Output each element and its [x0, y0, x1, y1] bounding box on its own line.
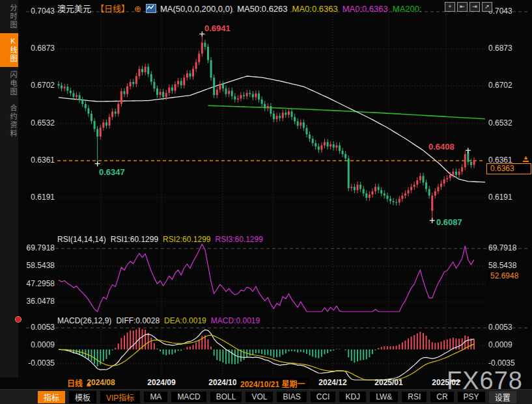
macd-axis-label: -0.0035 [488, 358, 515, 368]
chart-thumbnail-icon [146, 4, 156, 13]
app-window: FX678 分时图 K线图 闪电图 合约资料 澳元美元【日线】⊕MA(50,0,… [0, 0, 532, 404]
toolbar-button-cci[interactable]: CCI [311, 392, 336, 402]
price-axis-label: 0.6191 [488, 193, 512, 202]
rsi-header: RSI(14,14,14)RSI1:60.1299RSI2:60.1299RSI… [57, 235, 268, 244]
add-indicator-icon[interactable]: ⊕ [134, 4, 141, 14]
sidebar-tab-kline[interactable]: K线图 [0, 33, 18, 67]
date-tick: 2024/08 [87, 378, 115, 387]
rsi-current-badge: 52.6948 [488, 271, 520, 280]
sidebar-tab-contract-info[interactable]: 合约资料 [0, 100, 18, 142]
price-axis-label: 0.6702 [488, 81, 512, 90]
layout-grid-icon[interactable]: + [445, 2, 455, 12]
chart-header: 澳元美元【日线】⊕MA(50,0,0,200,0,0)MA50:0.6263MA… [57, 2, 427, 14]
toolbar-button-bias[interactable]: BIAS [277, 392, 306, 402]
date-tick: 2024/10 [208, 378, 236, 387]
rsi-axis-label: 58.5438 [488, 261, 516, 270]
price-axis-label: 0.6532 [23, 118, 55, 128]
period-tag[interactable]: 【日线】 [96, 4, 130, 14]
date-tick: 2024/12 [318, 378, 346, 387]
price-axis-label: 0.6191 [23, 193, 55, 202]
toolbar-button-vol[interactable]: VOL [245, 392, 273, 402]
price-axis-label: 0.6702 [23, 81, 55, 90]
macd-formula: MACD(26,12,9) [57, 316, 111, 325]
ma0-magenta-value: MA0:0.6363 [343, 4, 388, 14]
toolbar-button-vip[interactable]: VIP指标 [100, 391, 140, 403]
instrument-name: 澳元美元 [57, 4, 91, 14]
rsi-axis-label: 47.2958 [23, 279, 55, 288]
date-tick: 2025/01 [374, 378, 402, 387]
popout-icon[interactable]: ↗ [482, 2, 492, 12]
toolbar-button-lwr[interactable]: LW& [370, 392, 398, 402]
macd-header: MACD(26,12,9)DIFF:0.0028DEA:0.0019MACD:0… [57, 316, 264, 325]
date-tick: 2025/02 [432, 378, 460, 387]
toolbar-button-ma[interactable]: MA [144, 392, 167, 402]
sidebar-tab-flash[interactable]: 闪电图 [0, 67, 18, 100]
ma200-label: MA200: [393, 4, 422, 14]
compress-x-icon[interactable]: ⇤ [457, 2, 468, 12]
toolbar-button-cr[interactable]: CR [430, 392, 453, 402]
macd-axis-label: -0.0035 [23, 358, 55, 368]
rsi3-value: RSI3:60.1299 [216, 235, 263, 244]
ma-formula: MA(50,0,0,200,0,0) [160, 4, 232, 14]
ma50-value: MA50:0.6263 [237, 4, 287, 14]
rsi-axis-label: 69.7918 [488, 243, 516, 252]
macd-axis-label: 0.0009 [23, 340, 55, 349]
expand-x-icon[interactable]: ⇥ [469, 2, 480, 12]
date-tick-highlighted: 2024/10/21 星期一 [236, 378, 309, 389]
chart-canvas[interactable] [0, 0, 532, 389]
macd-axis-label: 0.0009 [488, 340, 512, 349]
macd-settings-icon[interactable] [15, 316, 21, 323]
date-tick: 2024/09 [147, 378, 175, 387]
high-annotation: 0.6941 [204, 23, 231, 33]
toolbar-button-psy[interactable]: PSY [458, 392, 485, 402]
toolbar-button-macd[interactable]: MACD [171, 392, 206, 402]
toolbar-button-template[interactable]: 模板 [69, 391, 96, 403]
indicator-toolbar: 指标 模板 VIP指标 MA MACD BOLL VOL BIAS CCI KD… [0, 389, 532, 404]
low-annotation: 0.6347 [99, 167, 125, 177]
toolbar-button-rsi[interactable]: RSI [402, 392, 427, 402]
diff-value: DIFF:0.0028 [116, 316, 160, 325]
price-axis-label: 0.6532 [488, 118, 512, 128]
toolbar-button-kdj[interactable]: KDJ [339, 392, 366, 402]
high-annotation: 0.6408 [428, 142, 455, 152]
rsi1-value: RSI1:60.1299 [111, 235, 158, 244]
rsi2-value: RSI2:60.1299 [163, 235, 210, 244]
current-price-box: 0.6363 [486, 163, 531, 174]
toolbar-button-settings[interactable]: 设置 [489, 391, 516, 403]
price-axis-label: 0.6361 [23, 155, 55, 165]
low-annotation: 0.6087 [436, 217, 462, 227]
macd-axis-label: 0.0053 [488, 323, 512, 332]
sidebar-tab-timeline[interactable]: 分时图 [0, 0, 18, 33]
ma0-yellow-value: MA0:0.6363 [292, 4, 338, 14]
period-label: 日线 [67, 379, 83, 388]
macd-axis-label: 0.0053 [23, 323, 55, 332]
price-axis-label: 0.7043 [23, 7, 55, 16]
rsi-axis-label: 69.7918 [23, 243, 55, 252]
rsi-formula: RSI(14,14,14) [57, 235, 106, 244]
toolbar-button-boll[interactable]: BOLL [210, 392, 242, 402]
dea-value: DEA:0.0019 [164, 316, 206, 325]
alert-flag-icon[interactable]: ▲ [523, 155, 529, 162]
price-axis-label: 0.6873 [23, 44, 55, 53]
window-controls: + ⇤ ⇥ ↗ [445, 2, 492, 12]
toolbar-button-indicator[interactable]: 指标 [38, 391, 65, 403]
price-axis-label: 0.6873 [488, 44, 512, 53]
rsi-axis-label: 36.0478 [23, 297, 55, 306]
rsi-axis-label: 58.5438 [23, 261, 55, 270]
macd-value: MACD:0.0019 [211, 316, 260, 325]
